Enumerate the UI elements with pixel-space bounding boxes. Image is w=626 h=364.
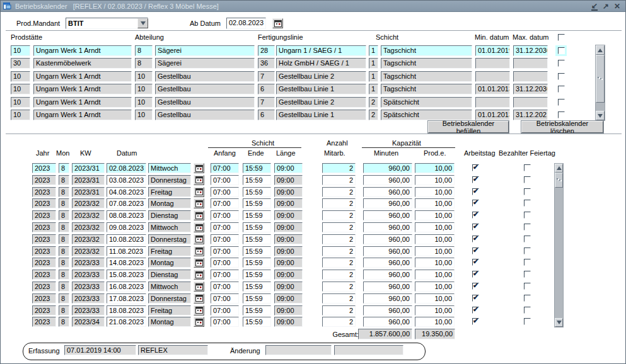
upper-row-1-ps-field[interactable]: Ungarn Werk 1 Arndt xyxy=(33,45,132,56)
upper-row-2-ps-field[interactable]: Kastenmöbelwerk xyxy=(33,58,132,69)
lower-row-8-kw-field[interactable]: 2023/32 xyxy=(72,246,105,256)
upper-row-2-max-field[interactable] xyxy=(513,58,548,69)
lower-row-13-laenge-field[interactable]: 09:00 xyxy=(274,305,303,316)
lower-row-1-anfang-field[interactable]: 07:00 xyxy=(211,163,239,173)
lower-row-11-ende-field[interactable]: 15:59 xyxy=(243,282,271,292)
lower-row-3-ende-field[interactable]: 15:59 xyxy=(243,187,271,197)
lower-row-6-ende-field[interactable]: 15:59 xyxy=(243,222,271,232)
lower-row-12-jahr-field[interactable]: 2023 xyxy=(32,293,56,304)
upper-row-2-ps_id-field[interactable]: 30 xyxy=(11,58,30,69)
lower-row-5-feiertag-checkbox[interactable] xyxy=(524,212,531,219)
lower-row-14-jahr-field[interactable]: 2023 xyxy=(32,317,56,327)
lower-row-9-anfang-field[interactable]: 07:00 xyxy=(211,258,239,268)
lower-row-11-prode-field[interactable]: 10,00 xyxy=(415,282,455,292)
upper-row-3-ps_id-field[interactable]: 10 xyxy=(11,71,30,82)
lower-row-10-minuten-field[interactable]: 960,00 xyxy=(363,270,412,280)
upper-row-4-max-field[interactable]: 31.12.2030 xyxy=(513,84,548,94)
lower-row-9-laenge-field[interactable]: 09:00 xyxy=(274,258,303,268)
lower-row-12-laenge-field[interactable]: 09:00 xyxy=(274,293,303,304)
lower-row-3-prode-field[interactable]: 10,00 xyxy=(415,187,455,197)
lower-row-7-minuten-field[interactable]: 960,00 xyxy=(363,234,412,244)
ab-datum-calendar-button[interactable] xyxy=(272,18,283,28)
upper-row-5-s_id-field[interactable]: 2 xyxy=(369,97,378,108)
lower-row-6-tag-field[interactable]: Mittwoch xyxy=(148,222,191,232)
minimize-icon[interactable]: ↙ xyxy=(591,2,598,11)
upper-row-1-min-field[interactable]: 01.01.2019 xyxy=(475,45,510,56)
upper-row-4-min-field[interactable]: 01.01.2013 xyxy=(475,84,510,94)
upper-row-1-s-field[interactable]: Tagschicht xyxy=(381,45,472,56)
upper-row-4-s_id-field[interactable]: 1 xyxy=(369,84,378,94)
lower-row-8-mitarb-field[interactable]: 2 xyxy=(322,246,356,256)
lower-row-10-mon-field[interactable]: 8 xyxy=(59,270,69,280)
lower-row-3-minuten-field[interactable]: 960,00 xyxy=(363,187,412,197)
betriebskalender-loeschen-button[interactable]: Betriebskalender löschen xyxy=(521,121,603,133)
lower-row-12-mitarb-field[interactable]: 2 xyxy=(322,293,356,304)
upper-row-2-fl-field[interactable]: Holz GmbH / SAEG / 1 xyxy=(276,58,366,69)
upper-row-1-ab_id-field[interactable]: 8 xyxy=(135,45,153,56)
lower-row-9-datum-field[interactable]: 14.08.2023 xyxy=(107,258,146,268)
lower-row-14-kw-field[interactable]: 2023/34 xyxy=(72,317,105,327)
lower-row-11-datum-field[interactable]: 16.08.2023 xyxy=(107,282,146,292)
lower-row-14-feiertag-checkbox[interactable] xyxy=(524,318,531,325)
window-titlebar[interactable]: Betriebskalender [REFLEX / 02.08.2023 / … xyxy=(1,1,625,12)
lower-row-4-laenge-field[interactable]: 09:00 xyxy=(274,198,303,208)
lower-row-13-prode-field[interactable]: 10,00 xyxy=(415,305,455,316)
upper-row-5-fl_id-field[interactable]: 7 xyxy=(258,97,275,108)
lower-row-7-feiertag-checkbox[interactable] xyxy=(524,236,531,242)
lower-row-14-minuten-field[interactable]: 960,00 xyxy=(363,317,412,327)
lower-row-12-calendar-button[interactable] xyxy=(194,293,204,304)
lower-row-8-ende-field[interactable]: 15:59 xyxy=(243,246,271,256)
lower-row-13-anfang-field[interactable]: 07:00 xyxy=(211,305,239,316)
lower-row-4-kw-field[interactable]: 2023/32 xyxy=(72,198,105,208)
upper-row-5-select-checkbox[interactable] xyxy=(558,99,565,106)
lower-row-10-arbeitstag-checkbox[interactable] xyxy=(472,271,479,278)
lower-row-1-datum-field[interactable]: 02.08.2023 xyxy=(107,163,146,173)
lower-row-2-prode-field[interactable]: 10,00 xyxy=(415,175,455,185)
lower-row-1-arbeitstag-checkbox[interactable] xyxy=(472,164,479,171)
prod-mandant-select[interactable]: BTIT xyxy=(66,18,148,29)
lower-row-3-anfang-field[interactable]: 07:00 xyxy=(211,187,239,197)
lower-row-4-feiertag-checkbox[interactable] xyxy=(524,200,531,207)
lower-row-11-laenge-field[interactable]: 09:00 xyxy=(274,282,303,292)
lower-row-8-mon-field[interactable]: 8 xyxy=(59,246,69,256)
lower-row-14-laenge-field[interactable]: 09:00 xyxy=(274,317,303,327)
lower-row-11-feiertag-checkbox[interactable] xyxy=(524,283,531,290)
lower-row-1-ende-field[interactable]: 15:59 xyxy=(243,163,271,173)
lower-row-13-kw-field[interactable]: 2023/33 xyxy=(72,305,105,316)
lower-table-scrollbar[interactable] xyxy=(554,163,564,327)
lower-row-14-tag-field[interactable]: Montag xyxy=(148,317,191,327)
upper-row-2-ab_id-field[interactable]: 8 xyxy=(135,58,153,69)
lower-row-7-tag-field[interactable]: Donnerstag xyxy=(148,234,191,244)
upper-row-4-fl-field[interactable]: Gestellbau Linie 1 xyxy=(276,84,366,94)
lower-row-10-laenge-field[interactable]: 09:00 xyxy=(274,270,303,280)
upper-row-5-fl-field[interactable]: Gestellbau Linie 2 xyxy=(276,97,366,108)
lower-row-9-mon-field[interactable]: 8 xyxy=(59,258,69,268)
lower-row-4-prode-field[interactable]: 10,00 xyxy=(415,198,455,208)
lower-row-1-mon-field[interactable]: 8 xyxy=(59,163,69,173)
lower-row-7-arbeitstag-checkbox[interactable] xyxy=(472,236,479,242)
lower-row-6-mon-field[interactable]: 8 xyxy=(59,222,69,232)
upper-row-6-max-field[interactable]: 31.12.2021 xyxy=(513,110,548,120)
lower-row-6-kw-field[interactable]: 2023/32 xyxy=(72,222,105,232)
lower-row-8-datum-field[interactable]: 11.08.2023 xyxy=(107,246,146,256)
upper-row-6-s-field[interactable]: Spätschicht xyxy=(381,110,472,120)
lower-row-5-anfang-field[interactable]: 07:00 xyxy=(211,210,239,220)
lower-row-3-laenge-field[interactable]: 09:00 xyxy=(274,187,303,197)
lower-row-4-minuten-field[interactable]: 960,00 xyxy=(363,198,412,208)
lower-row-10-datum-field[interactable]: 15.08.2023 xyxy=(107,270,146,280)
lower-row-11-mitarb-field[interactable]: 2 xyxy=(322,282,356,292)
lower-row-2-anfang-field[interactable]: 07:00 xyxy=(211,175,239,185)
lower-row-11-tag-field[interactable]: Mittwoch xyxy=(148,282,191,292)
lower-row-7-mitarb-field[interactable]: 2 xyxy=(322,234,356,244)
lower-row-8-feiertag-checkbox[interactable] xyxy=(524,247,531,254)
lower-row-5-arbeitstag-checkbox[interactable] xyxy=(472,212,479,219)
lower-row-12-datum-field[interactable]: 17.08.2023 xyxy=(107,293,146,304)
upper-row-1-fl_id-field[interactable]: 28 xyxy=(258,45,275,56)
upper-row-2-fl_id-field[interactable]: 36 xyxy=(258,58,275,69)
upper-row-2-s_id-field[interactable]: 1 xyxy=(369,58,378,69)
lower-row-2-minuten-field[interactable]: 960,00 xyxy=(363,175,412,185)
upper-row-3-ab_id-field[interactable]: 10 xyxy=(135,71,153,82)
lower-row-14-anfang-field[interactable]: 07:00 xyxy=(211,317,239,327)
lower-row-1-prode-field[interactable]: 10,00 xyxy=(415,163,455,173)
lower-row-7-prode-field[interactable]: 10,00 xyxy=(415,234,455,244)
